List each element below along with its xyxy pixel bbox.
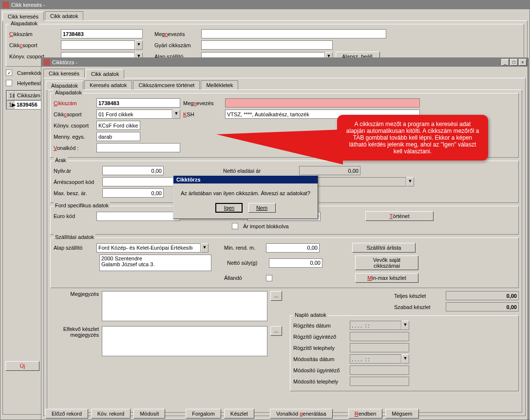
titlebar-cikktorzs[interactable]: Cikktörzs - _ □ × <box>41 58 528 67</box>
dialog-igen-button[interactable]: Igen <box>215 203 243 213</box>
input-cikkcsoport[interactable] <box>61 40 135 50</box>
grid-col-cikkszam[interactable]: Cikkszám <box>15 91 43 100</box>
forgalom-button[interactable]: Forgalom <box>186 409 221 419</box>
txt-alapszall-addr: 2000 Szentendre Galamb József utca 3. <box>99 255 211 271</box>
callout-tooltip: A cikkszám mezőt a program a keresési ad… <box>337 115 488 161</box>
inp-rogztel <box>350 343 409 352</box>
dd-rogzdatum[interactable]: ▼ <box>401 321 409 330</box>
dropdown-cikkcsoport-btn[interactable]: ▼ <box>135 40 143 50</box>
inp-menny[interactable] <box>96 132 140 141</box>
titlebar-cikk-kereses[interactable]: Cikk keresés - <box>0 0 530 9</box>
lg-szall: Szállítási adatok <box>54 234 95 240</box>
megj-browse-button[interactable]: ... <box>270 291 282 301</box>
window-cikktorzs: Cikktörzs - _ □ × Cikk keresés Cikk adat… <box>41 57 528 420</box>
subtab-kereses[interactable]: Keresés adatok <box>84 80 132 90</box>
elfekvo-browse-button[interactable]: ... <box>270 326 282 336</box>
inp-rogzugy <box>350 332 409 341</box>
inp-megnevezes2[interactable] <box>225 98 420 108</box>
chk-allando[interactable] <box>266 275 272 281</box>
lbl-rogzugy: Rögzítő ügyintéző <box>293 334 347 340</box>
input-gyari[interactable] <box>201 40 333 50</box>
modosit-button[interactable]: Módosít <box>133 409 165 419</box>
callout-text: A cikkszám mezőt a program a keresési ad… <box>346 121 479 155</box>
inp-vonalkod[interactable] <box>96 143 180 152</box>
input-cikkszam[interactable] <box>61 29 143 38</box>
rendben-button[interactable]: Rendben <box>348 409 383 419</box>
dd-moddatum[interactable]: ▼ <box>401 354 409 364</box>
close-button[interactable]: × <box>519 59 527 66</box>
tab-cikk-adatok[interactable]: Cikk adatok <box>45 11 83 20</box>
inp-cikkszam2[interactable] <box>96 98 180 108</box>
callout-tail-icon <box>216 129 343 164</box>
subtab-mellekletek[interactable]: Mellékletek <box>201 80 238 90</box>
vonalkod-gen-button[interactable]: Vonalkód generálása <box>270 409 333 419</box>
label-cikkszam: Cikkszám <box>9 31 58 37</box>
inp-euro[interactable] <box>96 212 180 221</box>
inp-cikkcsoport2[interactable] <box>96 110 172 119</box>
lbl-maxbesz: Max. besz. ár. <box>54 190 99 196</box>
lbl-allando: Állandó <box>224 275 263 281</box>
tortenet-button[interactable]: Történet <box>365 211 434 221</box>
checkbox-helyettesit[interactable] <box>6 80 12 86</box>
maximize-button[interactable]: □ <box>510 59 518 66</box>
megsem-button[interactable]: Mégsem <box>385 409 418 419</box>
label-gyari: Gyári cikkszám <box>154 42 198 48</box>
dd-cikkarres[interactable]: ▼ <box>406 177 414 186</box>
lg-naplo: Napló adatok <box>293 312 328 318</box>
txt-elfekvo[interactable] <box>102 326 267 356</box>
lbl-megj: Megjegyzés <box>50 291 99 297</box>
lbl-menny: Menny. egys. <box>54 134 94 140</box>
inp-minrend[interactable] <box>266 243 320 253</box>
txt-megj[interactable] <box>102 291 267 321</box>
dialog-nem-button[interactable]: Nem <box>248 203 276 213</box>
lbl-arres: Árréscsoport kód <box>54 179 99 185</box>
lbl-alapszall: Alap szállító <box>54 245 94 251</box>
label-cikkcsoport: Cikkcsoport <box>9 42 58 48</box>
inp-modugy <box>350 365 409 375</box>
minmax-button[interactable]: Min-max készlet <box>355 273 418 283</box>
subtab-cikkszamcsere[interactable]: Cikkszámcsere történet <box>133 80 200 90</box>
lbl-cikkcsoport2: Cikkcsoport <box>54 111 94 117</box>
vevok-button[interactable]: Vevők saját cikkszámai <box>355 256 418 270</box>
inp-modtel <box>350 377 409 386</box>
tab-cikk-adatok-2[interactable]: Cikk adatok <box>86 69 124 78</box>
dd-alapszall[interactable]: ▼ <box>201 243 208 253</box>
legend-alapadatok: Alapadatok <box>9 20 39 26</box>
szall-arlista-button[interactable]: Szállítói árlista <box>352 243 416 253</box>
row-indicator-icon: 1▶ <box>7 101 15 109</box>
inp-alapszall[interactable] <box>96 243 201 253</box>
minimize-button[interactable]: _ <box>501 59 509 66</box>
lbl-arimport: Ár import blokkolva <box>243 223 289 229</box>
lbl-elfekvo: Elfekvő készlet megjegyzés <box>50 326 99 338</box>
dialog-message: Az árlistában van ilyen cikkszám. Átvesz… <box>173 183 318 203</box>
dialog-titlebar[interactable]: Cikktörzs <box>173 176 318 183</box>
inp-nyilv[interactable] <box>102 166 164 175</box>
subtab-alapadatok[interactable]: Alapadatok <box>46 81 83 90</box>
grid: 1≣ Cikkszám 1▶ 1839456 <box>6 90 44 110</box>
lbl-minrend: Min. rend. m. <box>224 245 263 251</box>
elozo-rekord-button[interactable]: Előző rekord <box>45 409 88 419</box>
tabs-cikktorzs: Cikk keresés Cikk adatok <box>43 69 526 78</box>
uj-button[interactable]: Új <box>5 361 39 371</box>
inp-maxbesz[interactable] <box>102 188 164 198</box>
lbl-ksh: KSH <box>183 111 222 117</box>
dd-cikkcsoport2[interactable]: ▼ <box>172 110 180 119</box>
subtabs: Alapadatok Keresés adatok Cikkszámcsere … <box>46 80 523 90</box>
window-title: Cikk keresés - <box>11 2 45 8</box>
lbl-vonalkod: Vonalkód : <box>54 145 94 151</box>
input-megnevezes[interactable] <box>201 29 386 38</box>
lbl-megnevezes2: Megnevezés <box>183 100 222 106</box>
grid-selector-header: 1≣ <box>7 91 15 100</box>
kov-rekord-button[interactable]: Köv. rekord <box>91 409 131 419</box>
chk-arimport[interactable] <box>232 223 238 229</box>
inp-konyv2[interactable] <box>96 121 140 130</box>
lbl-cikkszam2: Cikkszám <box>54 100 94 106</box>
table-row[interactable]: 1▶ 1839456 <box>6 101 43 109</box>
grid-value-cikkszam: 1839456 <box>15 101 43 109</box>
checkbox-cserekod[interactable]: ✓ <box>6 70 12 76</box>
inp-nettosuly[interactable] <box>269 258 322 268</box>
inp-netto <box>299 166 360 175</box>
tab-cikk-kereses[interactable]: Cikk keresés <box>2 12 44 21</box>
keszlet-button[interactable]: Készlet <box>224 409 254 419</box>
tab-cikk-kereses-2[interactable]: Cikk keresés <box>43 69 85 78</box>
